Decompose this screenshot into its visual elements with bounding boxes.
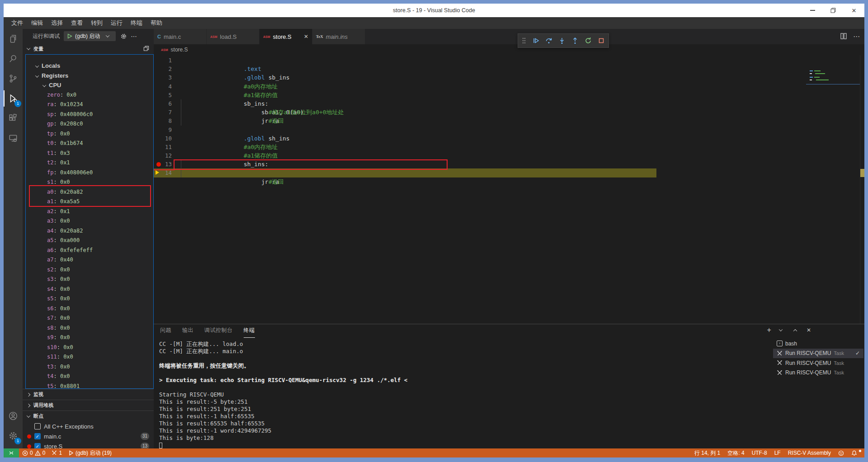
minimap[interactable] xyxy=(806,57,860,118)
remote-explorer-icon[interactable] xyxy=(4,128,23,148)
code-line[interactable]: 5 sb_ins: xyxy=(154,91,864,99)
account-icon[interactable] xyxy=(4,406,23,426)
debug-config-dropdown[interactable]: (gdb) 启动 xyxy=(64,31,116,41)
source-control-icon[interactable] xyxy=(4,69,23,89)
register-row[interactable]: s11: 0x0 xyxy=(26,352,153,362)
terminal-dropdown-icon[interactable] xyxy=(778,329,786,331)
register-row[interactable]: a3: 0x0 xyxy=(26,216,153,226)
more-actions-icon[interactable]: ⋯ xyxy=(131,33,137,40)
code-line[interactable]: 11 #a1储存的值 xyxy=(154,143,864,151)
gutter[interactable]: 9 xyxy=(154,126,180,134)
restore-button[interactable] xyxy=(823,4,844,17)
editor-tab[interactable]: ASM load.S ✕ xyxy=(207,29,259,44)
code-line[interactable]: 7 jr ra#返回 xyxy=(154,108,864,117)
extensions-icon[interactable] xyxy=(4,108,23,128)
explorer-icon[interactable] xyxy=(4,29,23,49)
editor-tab[interactable]: C main.c ✕ xyxy=(154,29,207,44)
gutter[interactable]: 12 xyxy=(154,151,180,160)
step-out-icon[interactable] xyxy=(571,37,579,44)
terminal-list-item[interactable]: › bash ✓ xyxy=(773,339,863,349)
variables-section-header[interactable]: 变量 xyxy=(23,43,154,54)
eol-setting[interactable]: LF xyxy=(771,450,784,456)
watch-section-header[interactable]: 监视 xyxy=(23,389,154,400)
settings-gear-icon[interactable]: 1 xyxy=(4,426,23,446)
search-icon[interactable] xyxy=(4,49,23,69)
stop-icon[interactable] xyxy=(598,37,605,44)
minimize-button[interactable] xyxy=(802,4,823,17)
maximize-panel-icon[interactable] xyxy=(792,328,800,332)
breakpoints-section-header[interactable]: 断点 xyxy=(23,411,154,421)
terminal-list-item[interactable]: › Run RISCV-QEMU Task ✓ xyxy=(773,358,863,368)
encoding-setting[interactable]: UTF-8 xyxy=(748,450,771,456)
register-row[interactable]: s4: 0x0 xyxy=(26,285,153,294)
notifications-bell-icon[interactable] xyxy=(848,450,861,456)
menu-item[interactable]: 帮助 xyxy=(146,17,166,29)
register-row[interactable]: t1: 0x3 xyxy=(26,149,153,159)
gutter[interactable]: 4 xyxy=(154,82,180,91)
code-line[interactable]: 4 #a1储存的值 xyxy=(154,82,864,91)
register-row[interactable]: s3: 0x0 xyxy=(26,275,153,285)
register-row[interactable]: s8: 0x0 xyxy=(26,323,153,333)
start-debug-icon[interactable] xyxy=(67,33,72,39)
panel-tab[interactable]: 调试控制台 xyxy=(204,327,233,338)
code-line[interactable]: 10 #a0内存地址 xyxy=(154,134,864,143)
gutter[interactable]: 10 xyxy=(154,134,180,143)
gutter[interactable]: 8 xyxy=(154,117,180,125)
breadcrumb[interactable]: ASM store.S xyxy=(154,44,864,55)
gutter[interactable]: 7 xyxy=(154,108,180,117)
code-line[interactable]: 3 #a0内存地址 xyxy=(154,73,864,82)
register-row[interactable]: sp: 0x408006c0 xyxy=(26,110,153,120)
code-line[interactable]: 1 .text xyxy=(154,56,864,65)
register-row[interactable]: s2: 0x0 xyxy=(26,265,153,275)
register-row[interactable]: a1: 0xa5a5 xyxy=(26,197,153,207)
register-row[interactable]: zero: 0x0 xyxy=(26,90,153,100)
breakpoint-checkbox[interactable] xyxy=(34,433,41,439)
open-panel-icon[interactable] xyxy=(143,46,149,52)
close-button[interactable]: ✕ xyxy=(844,4,864,17)
register-row[interactable]: t5: 0x8801 xyxy=(26,382,153,389)
debug-settings-gear-icon[interactable] xyxy=(120,33,127,40)
register-row[interactable]: s7: 0x0 xyxy=(26,313,153,323)
register-row[interactable]: a0: 0x20a82 xyxy=(26,187,153,197)
code-line[interactable]: 12 sh_ins: xyxy=(154,151,864,160)
register-row[interactable]: a4: 0x20a82 xyxy=(26,226,153,236)
register-row[interactable]: s1: 0x0 xyxy=(26,177,153,187)
register-row[interactable]: s9: 0x0 xyxy=(26,333,153,343)
register-row[interactable]: a6: 0xfefefeff xyxy=(26,246,153,256)
language-mode[interactable]: RISC-V Assembly xyxy=(784,450,835,456)
close-panel-icon[interactable]: ✕ xyxy=(807,327,811,333)
breakpoint-checkbox[interactable] xyxy=(34,423,41,429)
register-row[interactable]: t0: 0x1b674 xyxy=(26,139,153,149)
menu-item[interactable]: 文件 xyxy=(7,17,27,29)
debug-session-status[interactable]: (gdb) 启动 (19) xyxy=(65,449,115,457)
gutter[interactable]: 5 xyxy=(154,91,180,99)
terminal-list-item[interactable]: › Run RISCV-QEMU Task ✓ xyxy=(773,349,863,359)
register-row[interactable]: a2: 0x1 xyxy=(26,207,153,217)
tree-group-row[interactable]: CPU xyxy=(26,80,153,90)
running-tasks-status[interactable]: 1 xyxy=(48,450,65,456)
gutter[interactable]: 2 xyxy=(154,65,180,73)
register-row[interactable]: tp: 0x0 xyxy=(26,129,153,139)
restart-icon[interactable] xyxy=(585,37,592,44)
register-row[interactable]: s6: 0x0 xyxy=(26,304,153,314)
terminal-list-item[interactable]: › Run RISCV-QEMU Task ✓ xyxy=(773,368,863,378)
remote-indicator[interactable] xyxy=(4,448,19,457)
cursor-position[interactable]: 行 14, 列 1 xyxy=(691,449,724,457)
split-editor-icon[interactable] xyxy=(840,33,847,41)
breakpoint-dot-icon[interactable] xyxy=(156,162,161,167)
register-row[interactable]: s10: 0x0 xyxy=(26,343,153,353)
run-and-debug-icon[interactable]: 1 xyxy=(4,89,23,108)
register-row[interactable]: a7: 0x40 xyxy=(26,255,153,265)
step-over-icon[interactable] xyxy=(545,37,552,44)
gutter[interactable]: 3 xyxy=(154,73,180,82)
tree-group-row[interactable]: Registers xyxy=(26,71,153,81)
register-row[interactable]: fp: 0x408006e0 xyxy=(26,168,153,178)
menu-item[interactable]: 查看 xyxy=(67,17,87,29)
menu-item[interactable]: 编辑 xyxy=(27,17,47,29)
gutter[interactable]: 1 xyxy=(154,56,180,65)
code-line[interactable]: 9 .globl sh_ins xyxy=(154,126,864,134)
register-row[interactable]: a5: 0xa000 xyxy=(26,236,153,246)
callstack-section-header[interactable]: 调用堆栈 xyxy=(23,400,154,411)
menu-item[interactable]: 运行 xyxy=(107,17,127,29)
register-row[interactable]: t3: 0x0 xyxy=(26,362,153,372)
